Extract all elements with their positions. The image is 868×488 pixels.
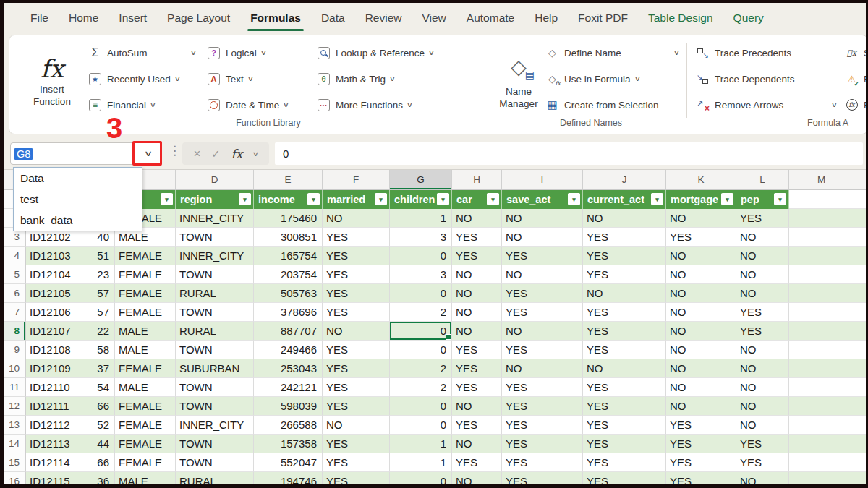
cell[interactable]: ID12112 [26, 416, 85, 435]
cell[interactable]: 1 [390, 209, 452, 228]
cell[interactable]: NO [666, 378, 736, 397]
cell[interactable]: 66 [85, 453, 115, 472]
name-manager-button[interactable]: Name Manager [495, 41, 542, 121]
cell[interactable]: NO [452, 284, 502, 303]
cell[interactable]: 194746 [254, 472, 323, 488]
cell[interactable] [854, 416, 868, 435]
cell[interactable]: YES [452, 228, 502, 247]
cell[interactable]: YES [323, 472, 390, 488]
cell[interactable]: YES [323, 247, 390, 265]
column-header-F[interactable]: F [323, 170, 390, 190]
cell[interactable]: YES [666, 435, 736, 453]
row-header-7[interactable]: 7 [4, 303, 26, 322]
cell[interactable]: 22 [85, 322, 115, 341]
cell[interactable]: YES [323, 228, 390, 247]
insert-function-button[interactable]: fx Insert Function [18, 41, 86, 121]
cell[interactable]: 1 [390, 435, 452, 453]
cell[interactable]: TOWN [176, 228, 254, 247]
cell[interactable]: YES [583, 247, 666, 265]
cell[interactable]: MALE [115, 472, 176, 488]
cell[interactable]: ID12103 [26, 247, 85, 265]
cell[interactable]: FEMALE [115, 416, 176, 435]
more-functions-button[interactable]: More Functions∨ [318, 92, 459, 118]
cell[interactable]: YES [452, 359, 502, 378]
cell[interactable] [854, 209, 868, 228]
cell[interactable] [789, 265, 854, 284]
date-time-button[interactable]: Date & Time∨ [208, 92, 313, 118]
table-header-pep[interactable]: pep▾ [736, 190, 789, 209]
cancel-icon[interactable]: × [193, 147, 200, 161]
insert-function-fx-icon[interactable]: fx [231, 147, 242, 161]
cell[interactable]: MALE [115, 341, 176, 359]
cell[interactable]: FEMALE [115, 247, 176, 265]
cell[interactable]: RURAL [176, 472, 254, 488]
row-header-12[interactable]: 12 [4, 397, 26, 416]
row-header-4[interactable]: 4 [4, 247, 26, 265]
cell[interactable]: 242121 [254, 378, 323, 397]
filter-dropdown-icon[interactable]: ▾ [239, 193, 251, 205]
math-trig-button[interactable]: Math & Trig∨ [318, 66, 459, 92]
cell[interactable]: YES [666, 472, 736, 488]
cell[interactable]: NO [666, 247, 736, 265]
chevron-down-icon[interactable]: ∨ [673, 49, 680, 56]
cell[interactable]: YES [736, 322, 789, 341]
cell[interactable]: YES [583, 265, 666, 284]
cell[interactable]: YES [666, 416, 736, 435]
cell[interactable]: YES [502, 435, 583, 453]
cell[interactable]: NO [666, 359, 736, 378]
row-header-5[interactable]: 5 [4, 265, 26, 284]
cell[interactable]: 266588 [254, 416, 323, 435]
chevron-down-icon[interactable]: ∨ [260, 49, 266, 56]
cell[interactable]: ID12115 [26, 472, 85, 488]
cell[interactable]: NO [666, 341, 736, 359]
cell[interactable]: YES [502, 378, 583, 397]
cell[interactable]: YES [323, 284, 390, 303]
cell[interactable] [854, 435, 868, 453]
cell[interactable]: NO [502, 322, 583, 341]
chevron-down-icon[interactable]: ∨ [634, 75, 640, 82]
cell[interactable] [789, 378, 854, 397]
cell[interactable]: 0 [390, 284, 452, 303]
cell[interactable]: NO [452, 265, 502, 284]
tab-view[interactable]: View [412, 4, 456, 33]
table-header-current-act[interactable]: current_act▾ [583, 190, 666, 209]
cell[interactable]: YES [736, 303, 789, 322]
cell[interactable]: TOWN [176, 265, 254, 284]
cell[interactable]: 57 [85, 284, 115, 303]
cell[interactable]: YES [323, 453, 390, 472]
filter-dropdown-icon[interactable]: ▾ [375, 193, 387, 205]
chevron-down-icon[interactable]: ∨ [150, 101, 156, 108]
cell[interactable]: 23 [85, 265, 115, 284]
cell[interactable]: TOWN [176, 303, 254, 322]
text-button[interactable]: Text∨ [208, 66, 313, 92]
cell[interactable]: YES [502, 341, 583, 359]
table-header-car[interactable]: car▾ [452, 190, 502, 209]
cell[interactable]: YES [583, 435, 666, 453]
cell[interactable]: NO [736, 378, 789, 397]
cell[interactable]: 505763 [254, 284, 323, 303]
cell[interactable]: YES [583, 228, 666, 247]
recently-used-button[interactable]: Recently Used∨ [89, 66, 199, 92]
cell[interactable]: YES [736, 209, 789, 228]
cell[interactable]: FEMALE [115, 453, 176, 472]
cell[interactable]: YES [323, 397, 390, 416]
cell[interactable]: 51 [85, 247, 115, 265]
cell[interactable]: YES [583, 453, 666, 472]
cell[interactable] [854, 397, 868, 416]
row-header-14[interactable]: 14 [4, 435, 26, 453]
cell[interactable]: YES [583, 378, 666, 397]
cell[interactable] [854, 265, 868, 284]
cell[interactable]: YES [323, 359, 390, 378]
trace-dependents-button[interactable]: Trace Dependents [697, 66, 840, 92]
column-header-D[interactable]: D [176, 170, 254, 190]
cell[interactable] [854, 453, 868, 472]
column-header-E[interactable]: E [254, 170, 323, 190]
cell[interactable]: NO [736, 359, 789, 378]
cell[interactable]: YES [452, 453, 502, 472]
cell[interactable]: 0 [390, 472, 452, 488]
filter-dropdown-icon[interactable]: ▾ [307, 193, 320, 205]
column-header-L[interactable]: L [736, 170, 789, 190]
cell[interactable]: YES [736, 453, 789, 472]
cell[interactable]: 3 [390, 228, 452, 247]
cell[interactable]: RURAL [176, 322, 254, 341]
